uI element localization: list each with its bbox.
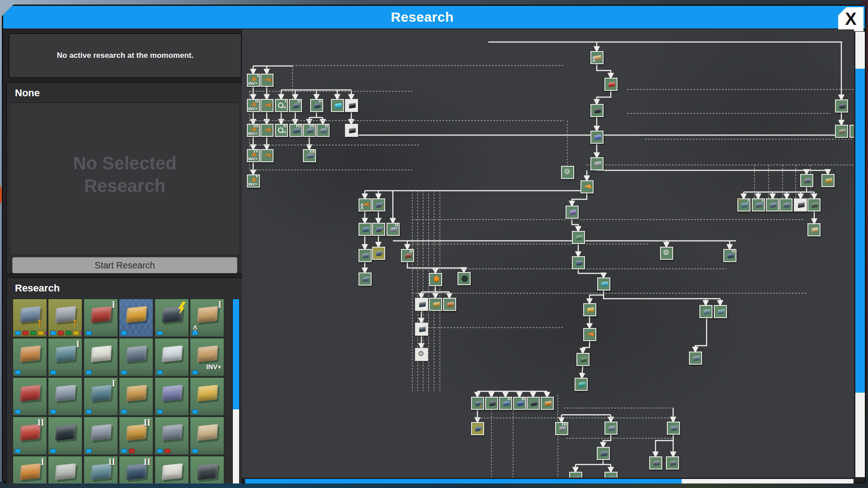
tree-node[interactable]: ++II	[275, 124, 288, 137]
tree-node[interactable]: II	[401, 249, 414, 262]
research-list-scrollbar-thumb[interactable]	[233, 299, 239, 409]
tree-node[interactable]: INV+V	[247, 174, 260, 188]
research-item[interactable]	[155, 456, 189, 488]
tree-node[interactable]	[604, 78, 618, 91]
tree-node[interactable]	[429, 273, 442, 286]
tree-node[interactable]: II	[289, 99, 302, 112]
tree-node[interactable]: ++I	[275, 99, 288, 112]
research-item[interactable]: II	[119, 456, 153, 488]
tree-node[interactable]	[485, 397, 498, 410]
research-item[interactable]: I	[84, 299, 118, 337]
tree-node[interactable]: ↑	[471, 397, 484, 410]
tree-node[interactable]: III	[289, 124, 302, 137]
tree-node[interactable]	[443, 298, 456, 311]
tree-node[interactable]: ⚙	[561, 166, 574, 179]
tree-node[interactable]	[590, 131, 604, 144]
tree-node[interactable]	[580, 180, 594, 193]
research-item[interactable]: I	[13, 456, 47, 488]
tree-node[interactable]	[260, 124, 274, 137]
research-item[interactable]	[119, 377, 153, 416]
tree-node[interactable]	[689, 352, 702, 365]
tree-node[interactable]	[359, 223, 372, 236]
research-item[interactable]	[190, 417, 224, 455]
tree-node[interactable]: ⚙	[660, 247, 673, 260]
tree-node[interactable]	[331, 99, 344, 112]
tree-node[interactable]: III	[303, 124, 316, 137]
research-item[interactable]: INV+	[190, 338, 224, 376]
research-item[interactable]	[48, 417, 82, 455]
tree-node[interactable]	[807, 198, 821, 211]
research-item[interactable]	[190, 456, 224, 488]
tree-node[interactable]	[572, 256, 585, 269]
tree-node[interactable]	[766, 198, 779, 211]
tree-node[interactable]	[835, 125, 848, 138]
tree-node[interactable]: II	[723, 249, 736, 262]
tree-node[interactable]	[527, 397, 540, 410]
tree-node[interactable]	[260, 99, 274, 112]
tree-node[interactable]: II	[387, 223, 400, 236]
tree-node[interactable]: INV+III	[247, 124, 260, 137]
tree-node[interactable]	[415, 323, 428, 336]
tree-node[interactable]	[359, 272, 372, 286]
tree-node[interactable]	[590, 104, 604, 117]
tree-node[interactable]	[345, 124, 358, 137]
tree-node[interactable]	[821, 174, 835, 187]
tree-node[interactable]	[260, 74, 274, 87]
tree-node[interactable]: II	[513, 397, 526, 410]
tree-node[interactable]: II	[316, 124, 330, 137]
tree-node[interactable]: ▽I	[737, 198, 750, 211]
tree-node[interactable]	[575, 378, 588, 391]
tree-node[interactable]: INV+I	[247, 74, 260, 87]
tree-node[interactable]: III	[303, 149, 316, 162]
tree-node[interactable]	[415, 298, 428, 311]
tree-node[interactable]	[835, 99, 848, 113]
research-item[interactable]	[119, 338, 153, 376]
tree-node[interactable]	[667, 422, 680, 435]
tree-node[interactable]: ↑	[471, 422, 484, 435]
research-item[interactable]: ↑	[48, 299, 82, 337]
tree-node[interactable]	[849, 125, 854, 138]
tree-node[interactable]	[572, 231, 585, 244]
tree-node[interactable]	[779, 198, 793, 211]
tree-v-scrollbar-thumb[interactable]	[855, 69, 865, 393]
research-item[interactable]: I˄˄	[190, 299, 224, 337]
tree-node[interactable]: II	[310, 99, 323, 112]
tree-node[interactable]	[345, 99, 358, 112]
tree-node[interactable]	[590, 157, 604, 170]
tree-node[interactable]	[583, 303, 596, 316]
research-item[interactable]	[155, 338, 189, 376]
tree-node[interactable]: INV+IV	[247, 149, 260, 162]
research-item[interactable]	[13, 338, 47, 376]
research-item[interactable]	[190, 377, 224, 416]
research-item[interactable]	[48, 456, 82, 488]
tree-node[interactable]	[807, 223, 821, 236]
research-item[interactable]: II	[84, 456, 118, 488]
tree-node[interactable]: ↑	[372, 198, 385, 211]
tree-node[interactable]: ˄˄	[359, 198, 372, 211]
research-tree-canvas[interactable]: INV+IINV+II++IIIIIINV+III++IIIIIIIIIIINV…	[242, 29, 854, 478]
tree-node[interactable]	[800, 174, 813, 187]
research-item[interactable]	[13, 377, 47, 416]
research-item[interactable]	[155, 377, 189, 416]
tree-node[interactable]: ⚙	[415, 348, 428, 361]
tree-node[interactable]	[429, 298, 442, 311]
tree-node[interactable]	[359, 249, 372, 262]
tree-node[interactable]	[566, 206, 579, 219]
tree-node[interactable]	[714, 305, 727, 318]
tree-node[interactable]	[649, 456, 662, 469]
research-item[interactable]	[84, 417, 118, 455]
start-research-button[interactable]: Start Research	[12, 257, 237, 273]
tree-node[interactable]: ↑	[372, 247, 385, 260]
research-item[interactable]	[48, 377, 82, 416]
tree-node[interactable]	[541, 397, 554, 410]
research-item[interactable]	[119, 299, 153, 337]
tree-node[interactable]	[604, 472, 618, 478]
tree-node[interactable]	[699, 305, 712, 318]
tree-node[interactable]	[260, 149, 274, 162]
research-list-scrollbar[interactable]	[232, 299, 240, 486]
tree-vertical-scrollbar[interactable]	[855, 31, 865, 478]
tree-node[interactable]: ↑	[372, 223, 385, 236]
research-item[interactable]	[155, 417, 189, 455]
research-item[interactable]	[155, 299, 189, 337]
tree-node[interactable]: INV+II	[247, 99, 260, 112]
